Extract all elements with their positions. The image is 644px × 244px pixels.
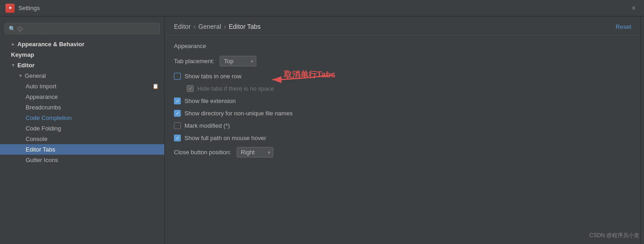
main-header: Editor › General › Editor Tabs Reset — [165, 16, 640, 35]
sidebar-item-editor-tabs[interactable]: Editor Tabs — [0, 144, 164, 155]
mark-modified-row: Mark modified (*) — [174, 122, 631, 129]
sidebar-item-code-folding[interactable]: Code Folding — [0, 123, 164, 134]
show-file-ext-label[interactable]: Show file extension — [184, 98, 236, 104]
annotation-text: 取消单行Tabs — [284, 69, 336, 80]
titlebar: ✦ Settings × — [0, 0, 644, 16]
show-file-ext-checkbox[interactable]: ✓ — [174, 98, 181, 104]
sidebar-item-appearance-behavior[interactable]: ► Appearance & Behavior — [0, 39, 164, 49]
arrow-icon: ► — [11, 42, 16, 47]
sidebar-item-console[interactable]: Console — [0, 134, 164, 144]
close-button-row: Close button position: Right Left None — [174, 147, 631, 157]
scrollbar[interactable] — [640, 16, 644, 244]
sidebar-item-general[interactable]: ▼ General — [0, 70, 164, 81]
tab-placement-dropdown-wrapper: Top Bottom Left Right None — [220, 56, 256, 66]
show-full-path-checkbox[interactable]: ✓ — [174, 135, 181, 141]
watermark: CSDN @程序员小发 — [589, 232, 639, 239]
close-button-dropdown-wrapper: Right Left None — [237, 147, 273, 157]
show-tabs-row-container: Show tabs in one row 取消单行Tabs — [174, 73, 631, 80]
close-button-label: Close button position: — [174, 149, 231, 156]
sidebar: 🔍 ► Appearance & Behavior Keymap ▼ Edito… — [0, 16, 165, 244]
arrow-icon: ▼ — [18, 73, 23, 78]
search-input[interactable] — [17, 25, 156, 32]
app-icon: ✦ — [5, 4, 15, 13]
show-tabs-label[interactable]: Show tabs in one row — [184, 73, 241, 80]
show-tabs-row: Show tabs in one row — [174, 73, 631, 80]
show-directory-label[interactable]: Show directory for non-unique file names — [184, 110, 292, 117]
window-title: Settings — [18, 5, 40, 11]
tab-placement-row: Tab placement: Top Bottom Left Right Non… — [174, 56, 631, 66]
content-area: 🔍 ► Appearance & Behavior Keymap ▼ Edito… — [0, 16, 644, 244]
tab-placement-label: Tab placement: — [174, 58, 214, 65]
hide-tabs-checkbox[interactable]: ✓ — [187, 85, 194, 92]
close-button[interactable]: × — [629, 3, 639, 13]
show-tabs-checkbox[interactable] — [174, 73, 181, 80]
reset-button[interactable]: Reset — [616, 23, 631, 30]
search-box[interactable]: 🔍 — [5, 23, 160, 34]
tab-placement-dropdown[interactable]: Top Bottom Left Right None — [220, 56, 256, 66]
settings-window: ✦ Settings × 🔍 ► Appearance & Behavior K… — [0, 0, 644, 244]
breadcrumb: Editor › General › Editor Tabs — [174, 23, 261, 30]
sidebar-item-code-completion[interactable]: Code Completion — [0, 113, 164, 123]
sidebar-item-keymap[interactable]: Keymap — [0, 49, 164, 60]
search-icon: 🔍 — [9, 26, 16, 32]
hide-tabs-row: ✓ Hide tabs if there is no space — [174, 85, 631, 92]
show-directory-checkbox[interactable]: ✓ — [174, 110, 181, 117]
show-full-path-row: ✓ Show full path on mouse hover — [174, 135, 631, 141]
mark-modified-label[interactable]: Mark modified (*) — [184, 122, 230, 129]
show-directory-row: ✓ Show directory for non-unique file nam… — [174, 110, 631, 117]
sidebar-item-breadcrumbs[interactable]: Breadcrumbs — [0, 102, 164, 113]
arrow-icon: ▼ — [11, 63, 16, 68]
sidebar-item-editor[interactable]: ▼ Editor — [0, 60, 164, 70]
sidebar-item-gutter-icons[interactable]: Gutter Icons — [0, 155, 164, 165]
auto-import-icon: 📋 — [152, 83, 159, 89]
sidebar-item-auto-import[interactable]: Auto Import 📋 — [0, 81, 164, 92]
close-button-dropdown[interactable]: Right Left None — [237, 147, 273, 157]
main-panel: Editor › General › Editor Tabs Reset App… — [165, 16, 640, 244]
show-full-path-label[interactable]: Show full path on mouse hover — [184, 135, 266, 141]
sidebar-item-appearance[interactable]: Appearance — [0, 92, 164, 102]
settings-body: Appearance Tab placement: Top Bottom Lef… — [165, 35, 640, 171]
mark-modified-checkbox[interactable] — [174, 122, 181, 129]
show-file-ext-row: ✓ Show file extension — [174, 98, 631, 104]
section-title: Appearance — [174, 43, 631, 49]
